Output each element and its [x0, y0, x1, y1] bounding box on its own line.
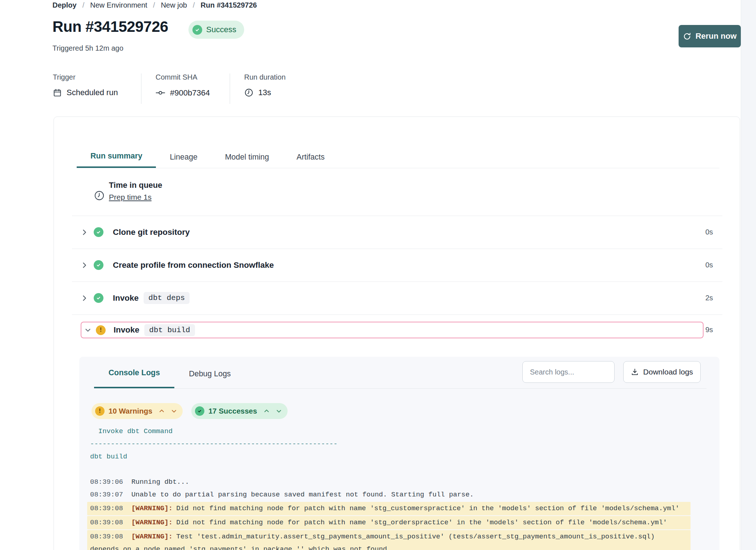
warning-level-label: [WARNING]:: [131, 504, 173, 512]
clock-icon: [244, 88, 254, 97]
queue-clock-icon: [94, 190, 105, 203]
step-invoke-dbt-build[interactable]: ! Invoke dbt build: [81, 322, 704, 338]
trigger-label: Trigger: [53, 73, 76, 81]
run-tabs: Run summary Lineage Model timing Artifac…: [77, 146, 338, 168]
row-divider: [72, 314, 722, 315]
success-check-icon: [195, 406, 204, 416]
step-duration: 0s: [705, 228, 713, 236]
chevron-down-icon[interactable]: [171, 408, 177, 414]
trigger-value-text: Scheduled run: [67, 88, 118, 97]
chevron-down-icon[interactable]: [276, 408, 282, 414]
prep-time-link[interactable]: Prep time 1s: [109, 193, 152, 202]
commit-sha-label: Commit SHA: [156, 73, 198, 81]
log-line: 08:39:07Unable to do partial parsing bec…: [90, 488, 691, 501]
warning-icon: !: [96, 325, 106, 335]
log-blank-line: [90, 463, 691, 476]
tab-debug-logs[interactable]: Debug Logs: [174, 359, 245, 389]
log-timestamp: 08:39:06: [90, 478, 123, 486]
tab-console-logs[interactable]: Console Logs: [94, 359, 174, 389]
chevron-right-icon[interactable]: [81, 229, 88, 236]
log-message: Did not find matching node for patch wit…: [176, 504, 679, 512]
chevron-right-icon[interactable]: [81, 295, 88, 302]
log-message: Did not find matching node for patch wit…: [176, 519, 667, 526]
run-duration-text: 13s: [258, 88, 271, 97]
dbt-build-command-chip: dbt build: [144, 324, 195, 336]
success-check-icon: [192, 25, 202, 35]
trigger-value: Scheduled run: [53, 88, 118, 97]
log-command-text: dbt build: [90, 450, 691, 463]
breadcrumb-environment[interactable]: New Environment: [90, 1, 147, 9]
log-separator-line: ----------------------------------------…: [90, 438, 691, 450]
warning-level-label: [WARNING]:: [131, 533, 173, 541]
status-badge: Success: [188, 21, 244, 39]
warnings-badge[interactable]: ! 10 Warnings: [92, 403, 183, 419]
log-command-header: Invoke dbt Command: [90, 425, 691, 438]
meta-divider: [141, 73, 141, 104]
tabs-divider: [76, 168, 719, 168]
log-panel: Console Logs Debug Logs Download logs ! …: [79, 357, 719, 550]
log-timestamp: 08:39:08: [90, 519, 123, 526]
breadcrumb-separator: /: [82, 1, 85, 9]
step-duration: 0s: [705, 261, 713, 269]
tab-model-timing[interactable]: Model timing: [211, 146, 283, 168]
commit-sha-value: #900b7364: [156, 88, 210, 98]
tab-artifacts[interactable]: Artifacts: [283, 146, 339, 168]
warning-level-label: [WARNING]:: [131, 519, 173, 526]
page-title: Run #341529726: [52, 18, 168, 35]
run-duration-value: 13s: [244, 88, 271, 97]
step-create-profile[interactable]: Create profile from connection Snowflake…: [54, 249, 740, 282]
download-icon: [631, 368, 639, 376]
tab-lineage[interactable]: Lineage: [156, 146, 211, 168]
log-tabs: Console Logs Debug Logs: [94, 359, 245, 389]
meta-divider: [230, 73, 230, 104]
log-warning-line: 08:39:08[WARNING]:Did not find matching …: [87, 516, 691, 529]
search-logs-input[interactable]: [522, 361, 615, 383]
step-label: Invoke: [113, 293, 139, 303]
step-label: Invoke: [114, 325, 139, 335]
breadcrumb-separator: /: [153, 1, 155, 9]
log-line: 08:39:06Running dbt...: [90, 476, 691, 488]
tab-run-summary[interactable]: Run summary: [77, 146, 156, 168]
run-summary-card: Run summary Lineage Model timing Artifac…: [54, 117, 740, 550]
step-duration: 2s: [705, 294, 713, 302]
time-in-queue-title: Time in queue: [109, 181, 162, 190]
breadcrumb-deploy[interactable]: Deploy: [52, 1, 77, 9]
status-badge-label: Success: [206, 25, 236, 34]
log-timestamp: 08:39:08: [90, 504, 123, 512]
log-message: Unable to do partial parsing because sav…: [131, 491, 473, 499]
commit-sha-text: #900b7364: [170, 88, 210, 98]
successes-badge[interactable]: 17 Successes: [191, 403, 288, 419]
step-label: Create profile from connection Snowflake: [113, 261, 274, 270]
refresh-icon: [683, 32, 691, 41]
step-label: Clone git repository: [113, 228, 190, 237]
chevron-up-icon[interactable]: [159, 408, 165, 414]
warnings-count-label: 10 Warnings: [109, 407, 152, 415]
run-duration-label: Run duration: [244, 73, 286, 81]
successes-count-label: 17 Successes: [208, 407, 257, 415]
calendar-icon: [53, 88, 62, 97]
success-check-icon: [94, 227, 103, 237]
step-clone-git-repository[interactable]: Clone git repository 0s: [54, 216, 740, 249]
success-check-icon: [94, 293, 103, 303]
breadcrumb-job[interactable]: New job: [161, 1, 187, 9]
chevron-down-icon[interactable]: [85, 327, 91, 333]
log-timestamp: 08:39:08: [90, 533, 123, 541]
log-timestamp: 08:39:07: [90, 491, 123, 499]
breadcrumb: Deploy / New Environment / New job / Run…: [52, 0, 257, 10]
download-logs-label: Download logs: [643, 368, 693, 376]
git-commit-icon: [156, 88, 165, 98]
download-logs-button[interactable]: Download logs: [623, 361, 701, 383]
chevron-up-icon[interactable]: [264, 408, 269, 414]
breadcrumb-current-run: Run #341529726: [200, 1, 257, 9]
log-tabs-divider: [94, 388, 706, 389]
chevron-right-icon[interactable]: [81, 262, 88, 269]
warning-icon: !: [95, 406, 105, 416]
rerun-now-button[interactable]: Rerun now: [679, 25, 741, 47]
breadcrumb-separator: /: [193, 1, 195, 9]
step-duration: 9s: [705, 326, 713, 334]
step-invoke-dbt-deps[interactable]: Invoke dbt deps 2s: [54, 282, 740, 314]
run-detail-page: Deploy / New Environment / New job / Run…: [0, 0, 756, 550]
dbt-deps-command-chip: dbt deps: [144, 292, 190, 304]
success-check-icon: [94, 260, 103, 270]
log-warning-line: 08:39:08[WARNING]:Test 'test.admin_matur…: [87, 530, 691, 550]
